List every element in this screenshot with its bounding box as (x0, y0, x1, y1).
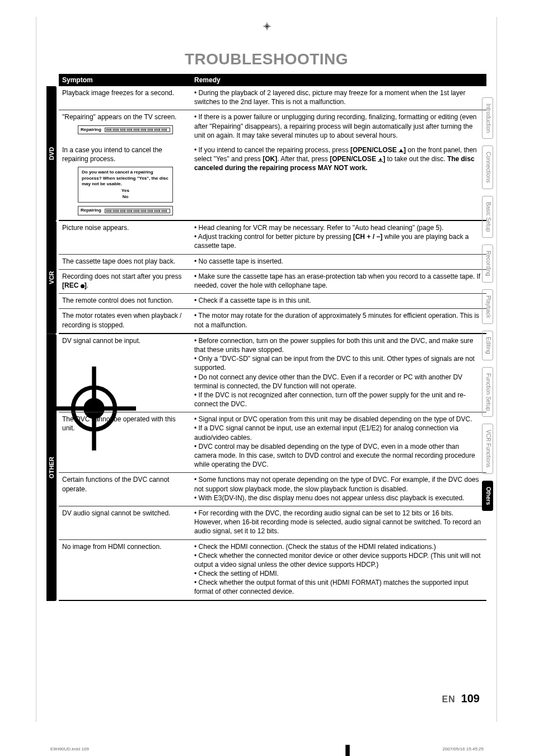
vcr-sym-2: The cassette tape does not play back. (59, 254, 191, 269)
progress-bar-icon-2 (105, 209, 170, 213)
tab-function-setup[interactable]: Function Setup (482, 367, 493, 417)
vcr-sym-4: The remote control does not function. (59, 294, 191, 309)
col-remedy: Remedy (191, 74, 486, 86)
record-dot-icon (81, 284, 85, 288)
cancel-msg: Do you want to cancel a repairing proces… (82, 170, 169, 187)
page-lang: EN (442, 694, 455, 704)
imprint-timestamp: 2007/05/16 15:45:25 (443, 746, 484, 752)
repairing-progress-box-2: Repairing (78, 206, 173, 215)
tab-basic-setup[interactable]: Basic Setup (482, 196, 493, 238)
eject-icon-2: ▲ (378, 158, 383, 161)
dvd-rem-2: • If there is a power failure or unplugg… (191, 110, 486, 143)
tab-others[interactable]: Others (482, 481, 493, 511)
oth-sym-3: Certain functions of the DVC cannot oper… (59, 473, 191, 506)
tab-editing[interactable]: Editing (482, 331, 493, 360)
dvd-sym-1: Playback image freezes for a second. (59, 86, 191, 110)
repairing-label: Repairing (81, 127, 101, 133)
page-title: TROUBLESHOOTING (46, 50, 486, 68)
registration-mark-right (516, 367, 524, 374)
vcr-sym-1: Picture noise appears. (59, 221, 191, 254)
col-symptom: Symptom (59, 74, 191, 86)
vcr-rem-2: • No cassette tape is inserted. (191, 254, 486, 269)
tab-recording[interactable]: Recording (482, 245, 493, 283)
dvd-sym-2: "Repairing" appears on the TV screen. Re… (59, 110, 191, 143)
page-n: 109 (461, 692, 480, 705)
vcr-rem-4: • Check if a cassette tape is in this un… (191, 294, 486, 309)
tab-playback[interactable]: Playback (482, 289, 493, 325)
cancel-repair-dialog: Do you want to cancel a repairing proces… (78, 167, 173, 203)
oth-rem-4: • For recording with the DVC, the record… (191, 506, 486, 539)
opt-yes: Yes (121, 188, 129, 193)
dvd-rem-3: • If you intend to cancel the repairing … (191, 143, 486, 220)
section-tab-vcr: VCR (46, 221, 57, 334)
page-number: EN109 (442, 692, 480, 705)
tab-introduction[interactable]: Introduction (482, 97, 493, 139)
oth-sym-2: The DVC cannot be operated with this uni… (59, 412, 191, 473)
dvd-sym-3: In a case you intend to cancel the repai… (59, 143, 191, 220)
repairing-progress-box: Repairing (78, 125, 173, 135)
tab-connections[interactable]: Connections (482, 145, 493, 189)
oth-rem-2: • Signal input or DVC operation from thi… (191, 412, 486, 473)
opt-no: No (123, 194, 129, 199)
section-tab-other: OTHER (46, 334, 57, 601)
registration-mark-left (10, 367, 18, 374)
section-tab-dvd: DVD (46, 86, 57, 221)
imprint-filename: E9H90UD.indd 109 (50, 746, 89, 752)
chapter-tabs: Introduction Connections Basic Setup Rec… (482, 97, 493, 511)
oth-sym-1: DV signal cannot be input. (59, 334, 191, 412)
oth-rem-3: • Some functions may not operate dependi… (191, 473, 486, 506)
vcr-rem-5: • The motor may rotate for the duration … (191, 309, 486, 334)
vcr-rem-3: • Make sure the cassette tape has an era… (191, 269, 486, 293)
registration-mark-bottom (264, 745, 270, 752)
dvd-rem-1: • During the playback of 2 layered disc,… (191, 86, 486, 110)
oth-rem-1: • Before connection, turn on the power s… (191, 334, 486, 412)
oth-sym-5: No image from HDMI connection. (59, 539, 191, 600)
dvd-sym-3-text: In a case you intend to cancel the repai… (62, 146, 162, 163)
dvd-sym-2-text: "Repairing" appears on the TV screen. (62, 113, 176, 121)
repairing-label-2: Repairing (81, 208, 101, 214)
vcr-sym-3: Recording does not start after you press… (59, 269, 191, 293)
troubleshooting-table: Symptom Remedy (59, 74, 486, 86)
vcr-rem-1: • Head cleaning for VCR may be necessary… (191, 221, 486, 254)
eject-icon: ▲ (399, 149, 404, 152)
oth-sym-4: DV audio signal cannot be switched. (59, 506, 191, 539)
manual-page: TROUBLESHOOTING Symptom Remedy DVD Playb… (36, 17, 497, 722)
vcr-sym-5: The motor rotates even when playback / r… (59, 309, 191, 334)
tab-vcr-functions[interactable]: VCR Functions (482, 424, 493, 473)
progress-bar-icon (105, 128, 170, 132)
oth-rem-5: • Check the HDMI connection. (Check the … (191, 539, 486, 600)
